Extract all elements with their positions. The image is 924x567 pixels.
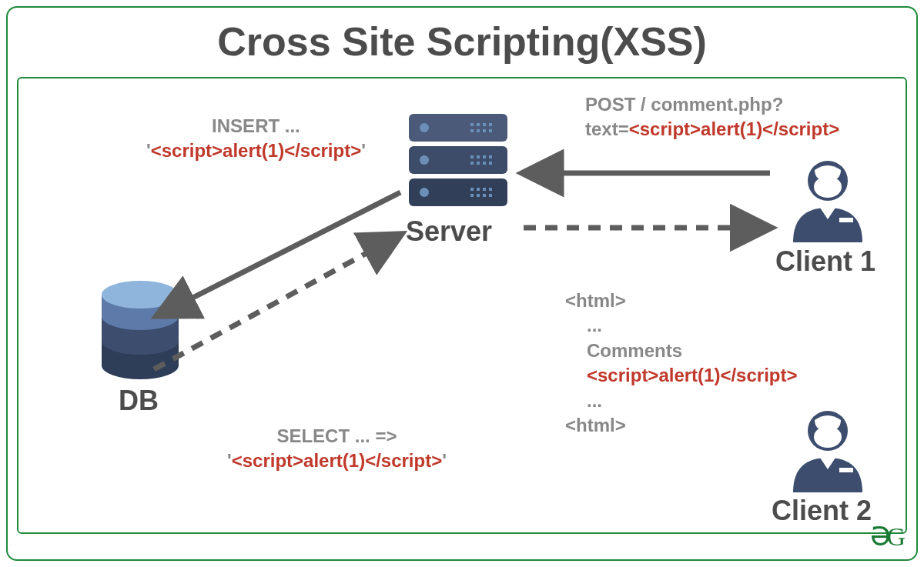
annotation-html: <html> ... Comments <script>alert(1)</sc… <box>565 289 797 438</box>
gfg-logo: ƏG <box>870 521 901 552</box>
post-line1: POST / comment.php? <box>585 92 839 117</box>
html-comments: Comments <box>565 339 797 363</box>
client2-label: Client 2 <box>772 495 872 527</box>
html-dots1: ... <box>565 313 797 338</box>
select-line1: SELECT ... => <box>227 424 447 449</box>
html-open: <html> <box>565 289 797 313</box>
html-payload: <script>alert(1)</script> <box>565 363 797 388</box>
db-label: DB <box>119 385 159 417</box>
client1-label: Client 1 <box>775 245 875 278</box>
select-q2: ' <box>442 450 447 471</box>
insert-payload: <script>alert(1)</script> <box>151 140 361 161</box>
annotation-select: SELECT ... => '<script>alert(1)</script>… <box>227 424 447 474</box>
insert-q2: ' <box>361 140 366 161</box>
html-close: <html> <box>565 413 797 438</box>
html-dots2: ... <box>565 389 797 413</box>
post-prefix: text= <box>585 118 629 139</box>
arrows-layer <box>0 0 924 567</box>
post-payload: <script>alert(1)</script> <box>629 118 839 139</box>
annotation-post: POST / comment.php? text=<script>alert(1… <box>585 92 839 142</box>
insert-line1: INSERT ... <box>146 114 366 138</box>
annotation-insert: INSERT ... '<script>alert(1)</script>' <box>146 114 366 164</box>
server-label: Server <box>406 215 492 248</box>
select-payload: <script>alert(1)</script> <box>232 450 442 471</box>
